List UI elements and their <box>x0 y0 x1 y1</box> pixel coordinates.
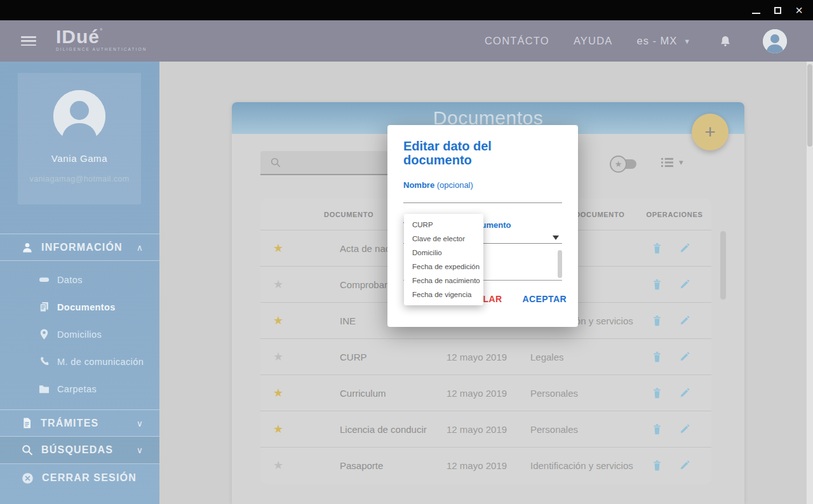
favorites-filter-toggle[interactable]: ★ <box>610 156 636 173</box>
edit-icon[interactable] <box>679 460 690 472</box>
folder-icon <box>38 383 50 395</box>
language-selector[interactable]: es - MX ▼ <box>637 35 692 47</box>
page-scrollbar-track <box>807 62 813 504</box>
favorite-star-icon[interactable]: ★ <box>260 458 296 472</box>
document-thumbnail <box>296 315 338 326</box>
search-icon <box>270 157 281 168</box>
window-maximize-button[interactable] <box>770 3 785 18</box>
list-view-icon <box>661 157 674 168</box>
caret-down-icon: ▼ <box>683 37 691 45</box>
modal-title: Editar dato del documento <box>403 139 562 167</box>
document-category: Identificación y servicios <box>528 460 638 471</box>
view-options-button[interactable]: ▾ <box>661 157 683 168</box>
dropdown-option-clave[interactable]: Clave de elector <box>404 232 483 246</box>
sidebar-item-label: M. de comunicación <box>57 357 144 367</box>
dropdown-option-expedicion[interactable]: Fecha de expedición <box>404 260 483 274</box>
table-row: ★ Licencia de conducir 12 mayo 2019 Pers… <box>260 411 711 447</box>
location-pin-icon <box>38 328 50 340</box>
sidebar-logout-label: CERRAR SESIÓN <box>42 472 137 484</box>
caret-down-icon: ▾ <box>679 157 683 167</box>
table-scrollbar[interactable] <box>720 231 726 300</box>
maximize-icon <box>774 7 781 14</box>
sidebar-section-label: TRÁMITES <box>41 418 98 429</box>
favorite-star-icon[interactable]: ★ <box>260 422 296 436</box>
textarea-scrollbar-thumb[interactable] <box>558 250 562 278</box>
window-close-button[interactable]: × <box>791 3 807 18</box>
document-date: 12 mayo 2019 <box>445 460 528 471</box>
delete-icon[interactable] <box>652 423 662 435</box>
edit-icon[interactable] <box>679 279 690 291</box>
sidebar-logout[interactable]: CERRAR SESIÓN <box>0 465 159 491</box>
sidebar-item-label: Carpetas <box>57 384 97 394</box>
edit-icon[interactable] <box>679 351 690 363</box>
dropdown-option-vigencia[interactable]: Fecha de vigencia <box>404 288 483 302</box>
add-document-button[interactable]: + <box>692 114 729 150</box>
sidebar-item-domicilios[interactable]: Domicilios <box>0 321 159 348</box>
person-icon <box>21 241 34 254</box>
delete-icon[interactable] <box>652 460 662 472</box>
chevron-down-icon: ∨ <box>137 418 143 428</box>
minimize-icon <box>752 13 760 14</box>
dropdown-option-curp[interactable]: CURP <box>404 218 483 232</box>
profile-avatar <box>53 90 105 142</box>
close-circle-icon <box>21 472 34 485</box>
nav-help-link[interactable]: AYUDA <box>574 35 613 47</box>
menu-icon[interactable] <box>21 36 36 46</box>
document-type-dropdown: CURP Clave de elector Domicilio Fecha de… <box>404 214 483 305</box>
edit-icon[interactable] <box>679 315 690 327</box>
delete-icon[interactable] <box>652 387 662 399</box>
chevron-up-icon: ∧ <box>137 242 143 253</box>
profile-name: Vania Gama <box>18 153 141 164</box>
user-avatar[interactable] <box>763 29 787 53</box>
sidebar-section-label: INFORMACIÓN <box>41 242 123 253</box>
sidebar-section-busquedas[interactable]: BÚSQUEDAS ∨ <box>0 437 159 464</box>
favorite-star-icon[interactable]: ★ <box>260 241 296 255</box>
dropdown-option-nacimiento[interactable]: Fecha de nacimiento <box>404 274 483 288</box>
close-icon: × <box>795 4 803 17</box>
name-label-text: Nombre <box>403 180 434 190</box>
window-minimize-button[interactable] <box>748 3 763 18</box>
nav-contact-link[interactable]: CONTÁCTO <box>485 35 549 47</box>
notifications-bell-icon[interactable] <box>719 34 732 48</box>
sidebar-info-submenu: Datos Documentos Domicilios M. de comuni… <box>0 266 159 402</box>
favorite-star-icon[interactable]: ★ <box>260 386 296 400</box>
delete-icon[interactable] <box>652 242 662 255</box>
sidebar-section-informacion[interactable]: INFORMACIÓN ∧ <box>0 234 159 261</box>
language-value: es - MX <box>637 35 678 47</box>
sidebar-item-documentos[interactable]: Documentos <box>0 293 159 321</box>
delete-icon[interactable] <box>652 351 662 363</box>
name-input[interactable] <box>403 190 562 203</box>
document-thumbnail <box>296 279 338 290</box>
document-thumbnail <box>296 352 338 362</box>
favorite-star-icon[interactable]: ★ <box>260 314 296 328</box>
sidebar-item-label: Datos <box>57 275 83 285</box>
page-scrollbar-thumb[interactable] <box>807 64 812 147</box>
favorite-star-icon[interactable]: ★ <box>260 277 296 291</box>
sidebar-section-label: BÚSQUEDAS <box>41 444 113 456</box>
name-optional-text: (opcional) <box>437 180 473 190</box>
edit-icon[interactable] <box>679 242 690 255</box>
edit-icon[interactable] <box>679 423 690 435</box>
delete-icon[interactable] <box>652 279 662 291</box>
accept-button[interactable]: ACEPTAR <box>520 293 569 305</box>
document-name: CURP <box>338 352 445 362</box>
document-date: 12 mayo 2019 <box>445 352 528 362</box>
document-name: Curriculum <box>338 388 445 399</box>
dropdown-option-domicilio[interactable]: Domicilio <box>404 246 483 260</box>
table-row: ★ Curriculum 12 mayo 2019 Personales <box>260 375 711 411</box>
window-titlebar: × <box>0 0 813 20</box>
caret-down-icon <box>553 235 559 240</box>
delete-icon[interactable] <box>652 315 662 327</box>
name-field-label: Nombre (opcional) <box>403 180 562 190</box>
document-date: 12 mayo 2019 <box>445 388 528 399</box>
sidebar-item-comunicacion[interactable]: M. de comunicación <box>0 348 159 375</box>
sidebar-item-carpetas[interactable]: Carpetas <box>0 375 159 402</box>
phone-icon <box>38 355 50 368</box>
sidebar-item-datos[interactable]: Datos <box>0 266 159 293</box>
sidebar-item-label: Domicilios <box>57 329 102 340</box>
sidebar-section-tramites[interactable]: TRÁMITES ∨ <box>0 409 159 437</box>
sidebar: Vania Gama vaniagamag@hotmail.com INFORM… <box>0 62 159 504</box>
favorite-star-icon[interactable]: ★ <box>260 350 296 364</box>
card-icon <box>38 274 50 286</box>
edit-icon[interactable] <box>679 387 690 399</box>
